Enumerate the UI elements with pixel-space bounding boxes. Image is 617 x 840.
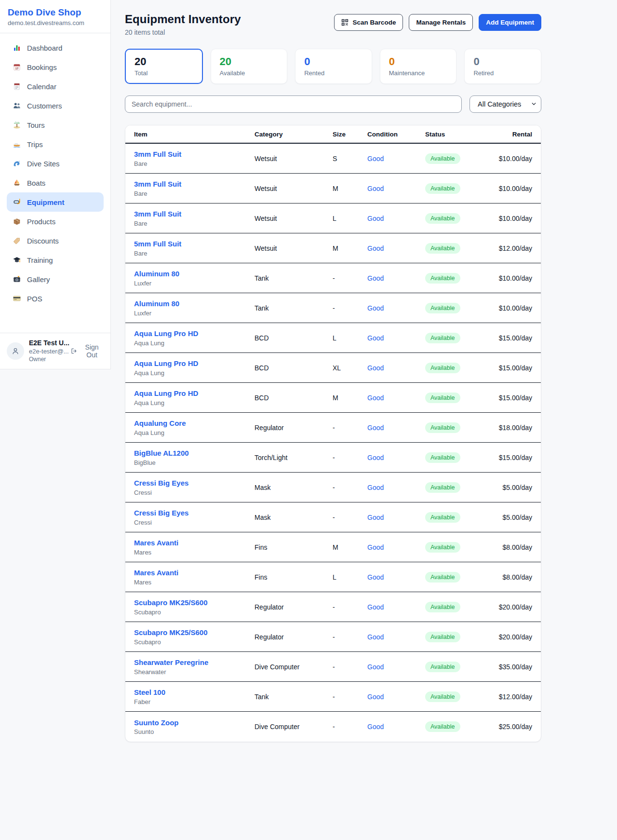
stat-label: Retired xyxy=(473,69,532,77)
condition-link[interactable]: Good xyxy=(367,514,384,521)
item-name-link[interactable]: Cressi Big Eyes xyxy=(134,508,255,518)
category-select[interactable]: All Categories xyxy=(469,95,541,113)
condition-link[interactable]: Good xyxy=(367,274,384,282)
filter-bar: All Categories xyxy=(125,95,541,113)
sidebar-spacer xyxy=(0,308,110,333)
item-name-link[interactable]: Mares Avanti xyxy=(134,568,255,578)
stat-card[interactable]: 0 Maintenance xyxy=(380,49,457,84)
status-badge: Available xyxy=(425,183,460,194)
item-category: Tank xyxy=(255,304,333,312)
item-name-link[interactable]: Aqua Lung Pro HD xyxy=(134,389,255,398)
dive-mask-icon xyxy=(13,198,21,206)
item-brand: Cressi xyxy=(134,519,255,526)
item-name-link[interactable]: 3mm Full Suit xyxy=(134,149,255,159)
condition-link[interactable]: Good xyxy=(367,454,384,461)
item-name-link[interactable]: Aluminum 80 xyxy=(134,269,255,279)
sidebar-nav-item[interactable]: 17 Bookings xyxy=(7,57,104,77)
condition-link[interactable]: Good xyxy=(367,215,384,222)
camera-icon xyxy=(13,275,21,284)
item-name-link[interactable]: Mares Avanti xyxy=(134,538,255,548)
condition-link[interactable]: Good xyxy=(367,693,384,701)
condition-link[interactable]: Good xyxy=(367,304,384,312)
stat-card[interactable]: 20 Total xyxy=(125,49,203,84)
condition-link[interactable]: Good xyxy=(367,334,384,342)
col-item: Item xyxy=(134,131,255,138)
item-name-link[interactable]: BigBlue AL1200 xyxy=(134,448,255,458)
item-category: BCD xyxy=(255,334,333,342)
sidebar-nav-item[interactable]: Gallery xyxy=(7,270,104,289)
status-badge: Available xyxy=(425,662,460,672)
col-rental: Rental xyxy=(493,131,532,138)
condition-link[interactable]: Good xyxy=(367,663,384,671)
item-name-link[interactable]: 5mm Full Suit xyxy=(134,239,255,249)
user-avatar-icon xyxy=(11,347,20,355)
sidebar-nav-item[interactable]: Tours xyxy=(7,115,104,135)
status-badge: Available xyxy=(425,572,460,583)
sidebar-nav-item[interactable]: Training xyxy=(7,250,104,270)
item-name-link[interactable]: Shearwater Peregrine xyxy=(134,658,255,667)
item-name-link[interactable]: Aqualung Core xyxy=(134,419,255,428)
speedboat-icon xyxy=(13,140,21,149)
sidebar-nav-item[interactable]: Calendar xyxy=(7,77,104,96)
rental-price: $15.00/day xyxy=(493,454,532,461)
condition-link[interactable]: Good xyxy=(367,185,384,192)
item-name-link[interactable]: 3mm Full Suit xyxy=(134,179,255,189)
sidebar-nav-item[interactable]: Discounts xyxy=(7,231,104,250)
sidebar-nav-item-label: Tours xyxy=(27,121,45,129)
sidebar-nav-item[interactable]: Customers xyxy=(7,96,104,115)
rental-price: $8.00/day xyxy=(493,543,532,551)
sidebar-nav-item[interactable]: Products xyxy=(7,212,104,231)
item-name-link[interactable]: Suunto Zoop xyxy=(134,718,255,728)
condition-link[interactable]: Good xyxy=(367,603,384,611)
rental-price: $10.00/day xyxy=(493,185,532,192)
sidebar-nav-item-label: Trips xyxy=(27,140,43,149)
condition-link[interactable]: Good xyxy=(367,573,384,581)
rental-price: $15.00/day xyxy=(493,394,532,402)
sidebar-nav-item[interactable]: Dive Sites xyxy=(7,154,104,173)
item-name-link[interactable]: Scubapro MK25/S600 xyxy=(134,598,255,608)
sidebar-nav-item[interactable]: Boats xyxy=(7,173,104,192)
rental-price: $35.00/day xyxy=(493,663,532,671)
item-size: - xyxy=(333,723,367,731)
item-category: Mask xyxy=(255,484,333,491)
item-name-link[interactable]: Aqua Lung Pro HD xyxy=(134,359,255,368)
manage-rentals-button[interactable]: Manage Rentals xyxy=(409,14,473,31)
item-name-link[interactable]: 3mm Full Suit xyxy=(134,209,255,219)
item-name-link[interactable]: Scubapro MK25/S600 xyxy=(134,628,255,637)
condition-link[interactable]: Good xyxy=(367,424,384,432)
status-badge: Available xyxy=(425,363,460,373)
wave-icon xyxy=(13,159,21,168)
shop-subdomain: demo.test.divestreams.com xyxy=(8,19,103,27)
item-name-link[interactable]: Steel 100 xyxy=(134,688,255,697)
sidebar-nav-item[interactable]: Trips xyxy=(7,135,104,154)
scan-barcode-button[interactable]: Scan Barcode xyxy=(334,14,403,31)
sidebar-nav-item[interactable]: Dashboard xyxy=(7,38,104,57)
item-size: - xyxy=(333,304,367,312)
item-category: Wetsuit xyxy=(255,155,333,163)
item-name-link[interactable]: Aqua Lung Pro HD xyxy=(134,329,255,339)
sidebar-nav-item[interactable]: Equipment xyxy=(7,192,104,212)
condition-link[interactable]: Good xyxy=(367,244,384,252)
sidebar-nav-item[interactable]: POS xyxy=(7,289,104,308)
item-category: Fins xyxy=(255,573,333,581)
sign-out-button[interactable]: Sign Out xyxy=(70,343,104,359)
condition-link[interactable]: Good xyxy=(367,543,384,551)
item-name-link[interactable]: Aluminum 80 xyxy=(134,299,255,309)
condition-link[interactable]: Good xyxy=(367,723,384,731)
sidebar-nav-item-label: Dashboard xyxy=(27,44,62,52)
item-category: Regulator xyxy=(255,603,333,611)
item-name-link[interactable]: Cressi Big Eyes xyxy=(134,478,255,488)
stat-card[interactable]: 20 Available xyxy=(211,49,288,84)
condition-link[interactable]: Good xyxy=(367,364,384,372)
sidebar-nav-item-label: Gallery xyxy=(27,275,50,284)
add-equipment-button[interactable]: Add Equipment xyxy=(479,14,541,31)
stat-card[interactable]: 0 Retired xyxy=(464,49,541,84)
condition-link[interactable]: Good xyxy=(367,633,384,641)
condition-link[interactable]: Good xyxy=(367,484,384,491)
condition-link[interactable]: Good xyxy=(367,155,384,163)
item-size: M xyxy=(333,244,367,252)
item-category: Regulator xyxy=(255,633,333,641)
search-input[interactable] xyxy=(125,95,462,113)
stat-card[interactable]: 0 Rented xyxy=(295,49,372,84)
condition-link[interactable]: Good xyxy=(367,394,384,402)
